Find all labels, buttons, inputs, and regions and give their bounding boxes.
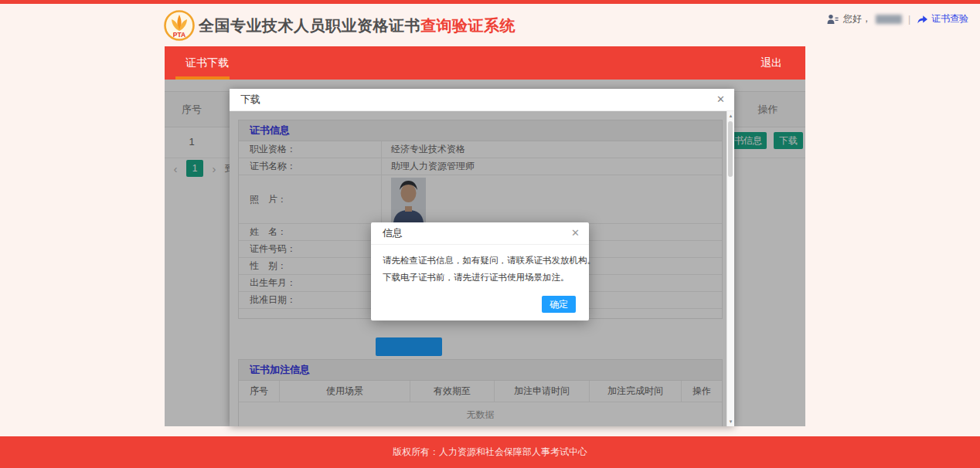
download-modal-close-icon[interactable]: ✕ <box>716 89 725 110</box>
brand-header: PTA 全国专业技术人员职业资格证书查询验证系统 <box>164 9 516 42</box>
info-dialog-line2: 下载电子证书前，请先进行证书使用场景加注。 <box>383 272 580 283</box>
download-modal-title: 下载 <box>240 89 260 110</box>
main-nav: 证书下载 退出 <box>165 46 805 80</box>
top-accent-bar <box>0 0 980 4</box>
footer: 版权所有：人力资源和社会保障部人事考试中心 <box>0 436 980 468</box>
greeting-text: 您好， <box>843 12 871 25</box>
userbar-divider: | <box>907 14 912 25</box>
confirm-button[interactable]: 确定 <box>542 296 576 313</box>
info-dialog: 信息 ✕ 请先检查证书信息，如有疑问，请联系证书发放机构。 下载电子证书前，请先… <box>371 222 589 320</box>
page-title: 全国专业技术人员职业资格证书查询验证系统 <box>199 15 516 36</box>
info-dialog-title: 信息 <box>383 222 403 244</box>
username-blurred <box>876 15 902 24</box>
tab-cert-download[interactable]: 证书下载 <box>185 46 229 80</box>
copyright-text: 版权所有：人力资源和社会保障部人事考试中心 <box>393 446 587 457</box>
svg-text:PTA: PTA <box>173 31 185 39</box>
user-icon <box>827 14 839 25</box>
info-dialog-header[interactable]: 信息 ✕ <box>371 222 589 245</box>
page-title-main: 全国专业技术人员职业资格证书 <box>199 17 420 34</box>
info-dialog-line1: 请先检查证书信息，如有疑问，请联系证书发放机构。 <box>383 255 580 266</box>
cert-check-link[interactable]: 证书查验 <box>917 12 968 25</box>
cert-check-label: 证书查验 <box>931 12 968 25</box>
modal-scrollbar[interactable]: ▲ ▼ <box>726 111 734 426</box>
scrollbar-up-icon[interactable]: ▲ <box>727 114 734 118</box>
share-arrow-icon <box>917 14 928 24</box>
user-bar: 您好， | 证书查验 <box>827 12 968 25</box>
pta-logo-icon: PTA <box>164 10 195 41</box>
page-title-accent: 查询验证系统 <box>420 17 516 34</box>
scrollbar-down-icon[interactable]: ▼ <box>727 419 734 424</box>
logout-button[interactable]: 退出 <box>761 46 782 80</box>
download-modal-header[interactable]: 下载 ✕ <box>230 89 734 111</box>
info-dialog-close-icon[interactable]: ✕ <box>571 222 580 244</box>
scrollbar-thumb[interactable] <box>728 121 733 177</box>
